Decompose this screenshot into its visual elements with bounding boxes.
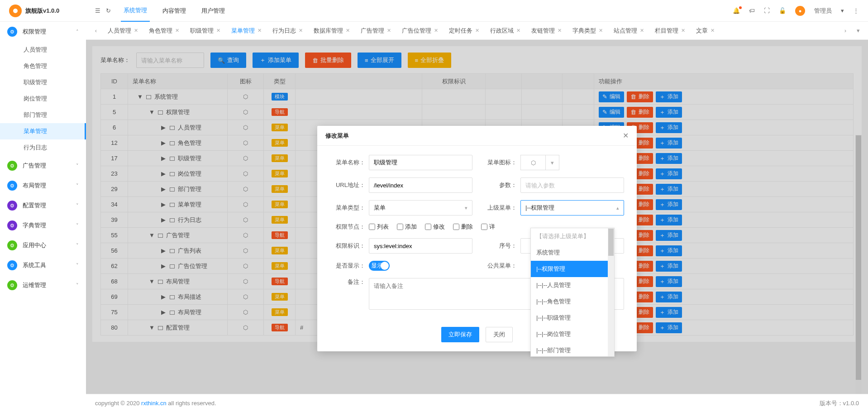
dropdown-item[interactable]: |--|--职级管理 [531, 310, 614, 326]
icon-select-dropdown[interactable]: ▾ [546, 155, 559, 170]
parent-select[interactable]: |--权限管理▴ [520, 200, 624, 216]
dropdown-item[interactable]: |--|--岗位管理 [531, 326, 614, 342]
tab[interactable]: 字典类型✕ [567, 22, 608, 40]
sidebar-item[interactable]: 职级管理 [0, 74, 86, 91]
tab[interactable]: 人员管理✕ [102, 22, 143, 40]
admin-name[interactable]: 管理员 [814, 7, 832, 15]
tab-close-icon[interactable]: ✕ [640, 28, 644, 34]
gear-icon: ⚙ [7, 27, 17, 37]
footer-link[interactable]: rxthink.cn [141, 400, 167, 407]
tab-close-icon[interactable]: ✕ [134, 28, 138, 34]
tab[interactable]: 定时任务✕ [444, 22, 485, 40]
tab-close-icon[interactable]: ✕ [558, 28, 562, 34]
chevron-icon: ˅ [76, 283, 79, 288]
refresh-icon[interactable]: ↻ [106, 7, 111, 14]
tab[interactable]: 角色管理✕ [143, 22, 185, 40]
icon-select[interactable]: ⬡ [520, 155, 546, 170]
dropdown-item[interactable]: |--权限管理 [531, 261, 614, 277]
dropdown-item[interactable]: |--|--人员管理 [531, 277, 614, 293]
nav-user[interactable]: 用户管理 [199, 0, 228, 21]
perm-checkbox[interactable]: 添加 [397, 223, 417, 231]
sidebar-item[interactable]: 行为日志 [0, 139, 86, 156]
tab-close-icon[interactable]: ✕ [299, 28, 303, 34]
close-button[interactable]: 关闭 [486, 327, 513, 342]
dropdown-item[interactable]: 系统管理 [531, 244, 614, 261]
sidebar-item[interactable]: 岗位管理 [0, 91, 86, 107]
admin-dropdown-icon[interactable]: ▾ [841, 7, 844, 14]
cube-icon: ⬡ [531, 159, 536, 166]
bell-icon[interactable]: 🔔 [733, 7, 740, 14]
sidebar-item[interactable]: 菜单管理 [0, 123, 86, 139]
dropdown-item[interactable]: 【请选择上级菜单】 [531, 228, 614, 244]
tab-close-icon[interactable]: ✕ [216, 28, 220, 34]
parent-dropdown: 【请选择上级菜单】系统管理|--权限管理|--|--人员管理|--|--角色管理… [530, 228, 615, 357]
save-button[interactable]: 立即保存 [441, 327, 479, 342]
tab[interactable]: 数据库管理✕ [308, 22, 355, 40]
tab-close-icon[interactable]: ✕ [434, 28, 438, 34]
tab[interactable]: 职级管理✕ [185, 22, 226, 40]
sidebar-group[interactable]: ⚙权限管理˄ [0, 22, 86, 42]
tab[interactable]: 行政区域✕ [485, 22, 526, 40]
tab[interactable]: 菜单管理✕ [226, 22, 267, 40]
close-icon[interactable]: ✕ [623, 131, 629, 140]
sidebar-item[interactable]: 部门管理 [0, 107, 86, 123]
tab-close-icon[interactable]: ✕ [516, 28, 520, 34]
sidebar-group[interactable]: ⚙配置管理˅ [0, 196, 86, 216]
sidebar-group[interactable]: ⚙运维管理˅ [0, 275, 86, 295]
tab-close-icon[interactable]: ✕ [175, 28, 179, 34]
gear-icon: ⚙ [7, 280, 17, 290]
chevron-icon: ˅ [76, 263, 79, 268]
tab-close-icon[interactable]: ✕ [475, 28, 479, 34]
chevron-icon: ˅ [76, 223, 79, 229]
dropdown-item[interactable]: |--|--部门管理 [531, 342, 614, 357]
tabs-next-icon[interactable]: › [839, 27, 852, 34]
tab[interactable]: 行为日志✕ [267, 22, 308, 40]
tabs-prev-icon[interactable]: ‹ [90, 27, 102, 34]
nav-content[interactable]: 内容管理 [160, 0, 189, 21]
gear-icon: ⚙ [7, 240, 17, 250]
tab[interactable]: 文章✕ [691, 22, 720, 40]
avatar[interactable]: ● [795, 6, 805, 16]
sidebar-group[interactable]: ⚙布局管理˅ [0, 176, 86, 196]
sidebar-group[interactable]: ⚙广告管理˅ [0, 156, 86, 176]
tab-close-icon[interactable]: ✕ [258, 28, 262, 34]
url-field[interactable] [369, 177, 472, 193]
param-field[interactable] [520, 177, 624, 193]
tab[interactable]: 友链管理✕ [526, 22, 567, 40]
tag-icon[interactable]: 🏷 [749, 7, 755, 14]
perm-checkbox[interactable]: 列表 [369, 223, 389, 231]
chevron-icon: ˄ [76, 29, 79, 35]
chevron-down-icon: ▾ [465, 205, 467, 211]
dropdown-scrollbar[interactable] [608, 228, 614, 356]
tab-close-icon[interactable]: ✕ [599, 28, 603, 34]
tab-close-icon[interactable]: ✕ [387, 28, 391, 34]
sidebar-group[interactable]: ⚙系统工具˅ [0, 255, 86, 275]
show-switch[interactable]: 显示 [369, 261, 390, 271]
lock-icon[interactable]: 🔓 [779, 7, 786, 14]
tab[interactable]: 广告管理✕ [355, 22, 396, 40]
tab[interactable]: 栏目管理✕ [649, 22, 691, 40]
tab-close-icon[interactable]: ✕ [711, 28, 715, 34]
tab[interactable]: 广告位管理✕ [396, 22, 444, 40]
sidebar: ⚙权限管理˄人员管理角色管理职级管理岗位管理部门管理菜单管理行为日志⚙广告管理˅… [0, 22, 86, 412]
tabs-dropdown-icon[interactable]: ▾ [852, 27, 864, 34]
perm-checkbox[interactable]: 删除 [453, 223, 473, 231]
sidebar-group[interactable]: ⚙应用中心˅ [0, 235, 86, 255]
dropdown-item[interactable]: |--|--角色管理 [531, 293, 614, 310]
tab-close-icon[interactable]: ✕ [346, 28, 350, 34]
perm-checkbox[interactable]: 修改 [425, 223, 445, 231]
gear-icon: ⚙ [7, 260, 17, 270]
type-select[interactable]: 菜单▾ [369, 200, 472, 216]
fullscreen-icon[interactable]: ⛶ [764, 7, 770, 14]
tab-close-icon[interactable]: ✕ [681, 28, 685, 34]
menu-toggle-icon[interactable]: ☰ [95, 7, 100, 14]
more-icon[interactable]: ⋮ [853, 7, 859, 14]
sidebar-group[interactable]: ⚙字典管理˅ [0, 216, 86, 235]
tab[interactable]: 站点管理✕ [608, 22, 649, 40]
perm-checkbox[interactable]: 详 [481, 223, 495, 231]
sidebar-item[interactable]: 角色管理 [0, 58, 86, 74]
perm-field[interactable] [369, 238, 472, 254]
nav-system[interactable]: 系统管理 [121, 0, 150, 22]
sidebar-item[interactable]: 人员管理 [0, 42, 86, 58]
name-field[interactable] [369, 155, 472, 170]
